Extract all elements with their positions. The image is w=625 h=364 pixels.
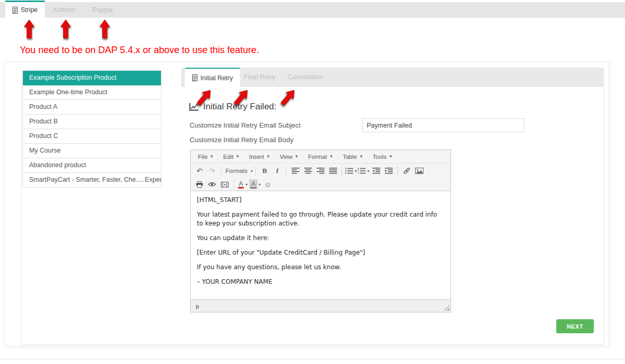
tab-cancellation[interactable]: Cancellation bbox=[288, 68, 323, 87]
tab-paypal[interactable]: Paypal bbox=[86, 2, 119, 18]
redo-icon: ↷ bbox=[209, 167, 215, 174]
indent-icon bbox=[385, 168, 393, 174]
body-paragraph: You can update it here: bbox=[197, 234, 444, 243]
image-icon bbox=[415, 168, 423, 174]
editor-toolbar-row1: ↶ ↷ Formats▾ B I bbox=[191, 164, 451, 178]
product-list: Example Subscription Product Example One… bbox=[22, 70, 161, 187]
product-item-c[interactable]: Product C bbox=[23, 129, 161, 144]
tab-initial-retry[interactable]: Initial Retry bbox=[185, 68, 240, 87]
menu-tools[interactable]: Tools▼ bbox=[368, 154, 397, 160]
next-button[interactable]: NEXT bbox=[556, 319, 594, 333]
resize-handle[interactable] bbox=[444, 305, 449, 311]
background-color-swatch bbox=[251, 187, 256, 189]
version-warning-text: You need to be on DAP 5.4.x or above to … bbox=[20, 45, 259, 56]
editor-statusbar: p bbox=[191, 299, 451, 312]
toolbar-separator bbox=[255, 166, 256, 175]
indent-button[interactable] bbox=[382, 165, 395, 177]
chevron-down-icon: ▼ bbox=[329, 154, 333, 159]
bullet-list-button[interactable]: ▾ bbox=[345, 165, 357, 177]
body-label: Customize Initial Retry Email Body bbox=[190, 136, 293, 144]
product-item-my-course[interactable]: My Course bbox=[23, 144, 161, 158]
body-paragraph: Your latest payment failed to go through… bbox=[197, 210, 444, 228]
align-justify-button[interactable] bbox=[327, 165, 339, 177]
align-center-button[interactable] bbox=[302, 165, 314, 177]
menu-edit[interactable]: Edit▼ bbox=[218, 154, 244, 160]
toolbar-separator bbox=[233, 180, 234, 189]
chevron-down-icon: ▼ bbox=[359, 154, 363, 159]
redo-button[interactable]: ↷ bbox=[206, 165, 218, 177]
text-color-button[interactable]: A ▾ bbox=[236, 179, 249, 190]
formats-dropdown[interactable]: Formats▾ bbox=[224, 165, 253, 177]
product-item-example-onetime[interactable]: Example One-time Product bbox=[23, 85, 161, 100]
align-center-icon bbox=[304, 168, 312, 174]
toolbar-separator bbox=[286, 166, 286, 175]
chevron-down-icon: ▼ bbox=[389, 154, 393, 159]
chevron-down-icon: ▼ bbox=[266, 154, 270, 159]
align-right-button[interactable] bbox=[314, 165, 327, 177]
element-path[interactable]: p bbox=[196, 303, 199, 309]
section-heading: Initial Retry Failed: bbox=[189, 102, 277, 112]
product-item-b[interactable]: Product B bbox=[23, 115, 161, 129]
email-body-content[interactable]: [HTML_START] Your latest payment failed … bbox=[191, 191, 451, 299]
align-left-icon bbox=[292, 168, 299, 174]
chevron-down-icon: ▼ bbox=[295, 154, 299, 159]
preview-button[interactable] bbox=[206, 179, 218, 190]
chevron-down-icon: ▼ bbox=[210, 154, 214, 159]
insert-link-button[interactable] bbox=[401, 165, 413, 177]
outdent-icon bbox=[372, 168, 380, 174]
red-arrow-up-stripe bbox=[23, 20, 35, 39]
product-panel: Example Subscription Product Example One… bbox=[22, 68, 181, 344]
print-icon bbox=[196, 181, 203, 188]
menu-format[interactable]: Format▼ bbox=[304, 154, 338, 160]
subject-input[interactable] bbox=[362, 118, 524, 132]
product-item-a[interactable]: Product A bbox=[23, 100, 161, 115]
numbered-list-button[interactable]: ▾ bbox=[357, 165, 370, 177]
align-left-button[interactable] bbox=[289, 165, 302, 177]
tab-authnet[interactable]: Authnet bbox=[47, 2, 81, 18]
background-color-button[interactable]: A ▾ bbox=[249, 179, 261, 190]
tab-initial-retry-label: Initial Retry bbox=[201, 74, 233, 82]
product-item-smartpaycart[interactable]: SmartPayCart - Smarter, Faster, Che.....… bbox=[23, 173, 161, 187]
outdent-button[interactable] bbox=[370, 165, 382, 177]
file-text-icon bbox=[192, 74, 197, 81]
menu-view[interactable]: View▼ bbox=[275, 154, 304, 160]
insert-image-button[interactable] bbox=[413, 165, 426, 177]
print-button[interactable] bbox=[193, 179, 206, 190]
toolbar-separator bbox=[221, 166, 221, 175]
editor-menubar: File▼ Edit▼ Insert▼ View▼ Format▼ Table▼… bbox=[191, 150, 451, 164]
text-color-swatch bbox=[238, 187, 243, 189]
section-heading-label: Initial Retry Failed: bbox=[203, 102, 277, 112]
bullet-list-icon bbox=[345, 168, 353, 174]
italic-button[interactable]: I bbox=[271, 165, 283, 177]
bold-button[interactable]: B bbox=[258, 165, 271, 177]
chevron-down-icon: ▼ bbox=[235, 154, 240, 159]
editor-toolbar-row2: A ▾ A ▾ ☺ bbox=[191, 178, 451, 191]
retry-tabbar: Initial Retry Final Retry Cancellation bbox=[181, 68, 603, 87]
undo-icon: ↶ bbox=[196, 167, 203, 174]
product-item-example-subscription[interactable]: Example Subscription Product bbox=[23, 71, 161, 85]
eye-icon bbox=[208, 182, 216, 187]
red-arrow-up-paypal bbox=[98, 20, 111, 39]
menu-insert[interactable]: Insert▼ bbox=[244, 154, 275, 160]
red-arrow-up-authnet bbox=[59, 20, 72, 39]
link-icon bbox=[403, 167, 411, 175]
tab-stripe[interactable]: Stripe bbox=[5, 1, 45, 18]
emoticons-button[interactable]: ☺ bbox=[261, 179, 274, 190]
line-chart-icon bbox=[189, 103, 199, 111]
numbered-list-icon bbox=[358, 168, 366, 174]
smiley-icon: ☺ bbox=[264, 181, 271, 189]
product-item-abandoned[interactable]: Abandoned product bbox=[23, 158, 161, 173]
file-text-icon bbox=[12, 7, 18, 14]
menu-table[interactable]: Table▼ bbox=[338, 154, 368, 160]
chevron-down-icon: ▾ bbox=[367, 169, 369, 173]
align-right-icon bbox=[317, 168, 324, 174]
chevron-down-icon: ▾ bbox=[251, 169, 253, 173]
body-paragraph: – YOUR COMPANY NAME bbox=[197, 278, 444, 286]
page-bottom-divider bbox=[0, 359, 625, 359]
email-body-editor: File▼ Edit▼ Insert▼ View▼ Format▼ Table▼… bbox=[190, 149, 451, 312]
media-button[interactable] bbox=[218, 179, 231, 190]
undo-button[interactable]: ↶ bbox=[193, 165, 206, 177]
tab-final-retry[interactable]: Final Retry bbox=[244, 68, 275, 87]
gateway-tabbar: Stripe Authnet Paypal bbox=[0, 2, 625, 18]
menu-file[interactable]: File▼ bbox=[193, 154, 218, 160]
